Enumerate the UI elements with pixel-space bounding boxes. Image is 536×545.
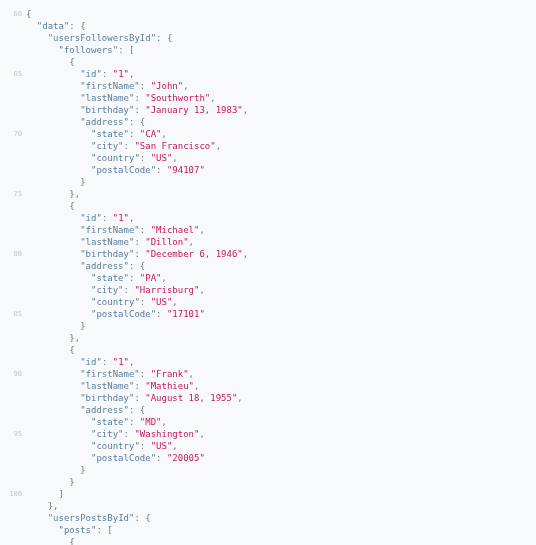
code-line: "city": "San Francisco", [26,140,536,152]
line-number-gutter: 6065707580859095100 [0,8,26,545]
code-line: "country": "US", [26,152,536,164]
line-number [0,260,22,272]
code-line: "postalCode": "17101" [26,308,536,320]
code-line: "address": { [26,116,536,128]
code-line: "address": { [26,404,536,416]
code-line: "usersPostsById": { [26,512,536,524]
code-line: "postalCode": "20005" [26,452,536,464]
code-line: { [26,536,536,545]
line-number: 90 [0,368,22,380]
line-number [0,140,22,152]
line-number [0,176,22,188]
code-line: "lastName": "Mathieu", [26,380,536,392]
line-number [0,44,22,56]
line-number [0,344,22,356]
line-number [0,116,22,128]
line-number [0,104,22,116]
code-line: "address": { [26,260,536,272]
line-number: 80 [0,248,22,260]
code-line: "data": { [26,20,536,32]
code-line: { [26,8,536,20]
code-line: "firstName": "Frank", [26,368,536,380]
code-line: "lastName": "Dillon", [26,236,536,248]
code-line: "id": "1", [26,356,536,368]
code-content[interactable]: { "data": { "usersFollowersById": { "fol… [26,8,536,545]
line-number [0,524,22,536]
line-number [0,224,22,236]
line-number [0,236,22,248]
code-line: "posts": [ [26,524,536,536]
line-number [0,392,22,404]
line-number: 70 [0,128,22,140]
line-number [0,464,22,476]
code-line: "state": "PA", [26,272,536,284]
json-editor: 6065707580859095100 { "data": { "usersFo… [0,0,536,545]
code-line: "firstName": "John", [26,80,536,92]
line-number: 60 [0,8,22,20]
code-line: "followers": [ [26,44,536,56]
code-line: "country": "US", [26,440,536,452]
line-number [0,152,22,164]
line-number [0,32,22,44]
code-line: ] [26,488,536,500]
line-number [0,164,22,176]
line-number [0,212,22,224]
line-number [0,500,22,512]
code-line: "birthday": "December 6, 1946", [26,248,536,260]
code-line: "usersFollowersById": { [26,32,536,44]
code-line: }, [26,500,536,512]
line-number: 95 [0,428,22,440]
code-line: } [26,464,536,476]
line-number [0,536,22,545]
line-number [0,416,22,428]
code-line: } [26,476,536,488]
code-line: } [26,176,536,188]
code-line: "city": "Harrisburg", [26,284,536,296]
line-number [0,332,22,344]
line-number [0,92,22,104]
line-number [0,272,22,284]
line-number: 85 [0,308,22,320]
line-number [0,80,22,92]
line-number: 100 [0,488,22,500]
line-number [0,476,22,488]
line-number [0,512,22,524]
code-line: { [26,200,536,212]
code-line: "state": "MD", [26,416,536,428]
line-number [0,20,22,32]
code-line: "id": "1", [26,68,536,80]
code-line: "country": "US", [26,296,536,308]
line-number [0,404,22,416]
line-number [0,56,22,68]
code-line: "firstName": "Michael", [26,224,536,236]
code-line: { [26,344,536,356]
line-number [0,320,22,332]
code-line: "birthday": "August 18, 1955", [26,392,536,404]
line-number: 65 [0,68,22,80]
line-number [0,296,22,308]
code-line: }, [26,188,536,200]
line-number: 75 [0,188,22,200]
code-line: } [26,320,536,332]
line-number [0,440,22,452]
code-line: "city": "Washington", [26,428,536,440]
code-line: { [26,56,536,68]
line-number [0,284,22,296]
line-number [0,380,22,392]
line-number [0,452,22,464]
code-line: "state": "CA", [26,128,536,140]
code-line: "postalCode": "94107" [26,164,536,176]
code-line: "id": "1", [26,212,536,224]
code-line: "birthday": "January 13, 1983", [26,104,536,116]
line-number [0,356,22,368]
code-line: }, [26,332,536,344]
code-line: "lastName": "Southworth", [26,92,536,104]
line-number [0,200,22,212]
